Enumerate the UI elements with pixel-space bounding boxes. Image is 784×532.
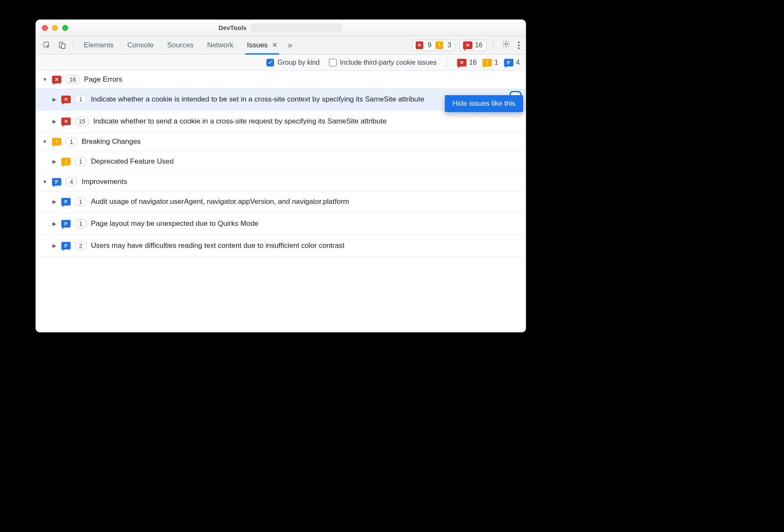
chevron-down-icon bbox=[42, 139, 48, 145]
issues-options-bar: Group by kind Include third-party cookie… bbox=[36, 55, 526, 71]
checkbox-unchecked-icon bbox=[329, 59, 337, 66]
group-by-kind-label: Group by kind bbox=[277, 59, 320, 66]
tab-sources[interactable]: Sources bbox=[161, 36, 199, 54]
titlebar: DevTools bbox=[36, 20, 526, 36]
info-bubble-icon bbox=[52, 178, 61, 186]
hide-issues-menu-item[interactable]: Hide issues like this bbox=[445, 95, 523, 112]
issue-count-badge: 1 bbox=[75, 197, 87, 206]
issue-row[interactable]: !1Deprecated Feature Used bbox=[36, 151, 526, 173]
chevron-right-icon bbox=[51, 96, 57, 102]
titlebar-center: DevTools bbox=[171, 22, 391, 33]
chevron-right-icon bbox=[51, 159, 57, 165]
issue-group-header[interactable]: 4Improvements bbox=[36, 173, 526, 191]
checkbox-checked-icon bbox=[266, 59, 274, 66]
issue-text: Indicate whether to send a cookie in a c… bbox=[93, 117, 520, 126]
tab-label: Network bbox=[207, 41, 233, 49]
tab-label: Sources bbox=[167, 41, 193, 49]
minimize-window-button[interactable] bbox=[52, 25, 58, 31]
window-controls bbox=[42, 25, 68, 31]
issue-count-badge: 2 bbox=[75, 241, 87, 250]
devtools-tab-bar: ElementsConsoleSourcesNetworkIssues✕ » ✕… bbox=[36, 36, 526, 55]
tab-network[interactable]: Network bbox=[201, 36, 239, 54]
info-bubble-icon bbox=[61, 198, 71, 206]
issue-row[interactable]: 2Users may have difficulties reading tex… bbox=[36, 235, 526, 257]
issue-row[interactable]: 1Page layout may be unexpected due to Qu… bbox=[36, 213, 526, 235]
error-bubble-icon: ✕ bbox=[457, 59, 466, 66]
chevron-right-icon bbox=[51, 221, 57, 227]
tab-label: Console bbox=[127, 41, 154, 49]
group-title: Page Errors bbox=[84, 75, 123, 84]
close-tab-icon[interactable]: ✕ bbox=[272, 41, 277, 49]
error-count: 9 bbox=[428, 41, 431, 49]
inspect-element-icon[interactable] bbox=[40, 39, 54, 51]
issue-row[interactable]: 1Audit usage of navigator.userAgent, nav… bbox=[36, 191, 526, 213]
stat-info[interactable]: 4 bbox=[504, 59, 520, 66]
stat-errors[interactable]: ✕ 16 bbox=[457, 59, 477, 66]
include-third-party-label: Include third-party cookie issues bbox=[340, 59, 437, 66]
issue-stats: ✕ 16 ! 1 4 bbox=[457, 59, 520, 66]
issue-text: Audit usage of navigator.userAgent, navi… bbox=[91, 197, 520, 207]
warning-icon: ! bbox=[436, 41, 443, 49]
issue-text: Deprecated Feature Used bbox=[91, 157, 520, 167]
tab-label: Elements bbox=[84, 41, 114, 49]
window-title: DevTools bbox=[219, 24, 247, 31]
group-count-badge: 16 bbox=[66, 75, 80, 84]
warning-count: 3 bbox=[447, 41, 451, 49]
settings-gear-icon[interactable] bbox=[500, 40, 512, 50]
info-bubble-icon bbox=[61, 220, 71, 228]
issue-group-header[interactable]: ✕16Page Errors bbox=[36, 71, 526, 89]
tab-label: Issues bbox=[247, 41, 268, 49]
group-count-badge: 4 bbox=[66, 177, 77, 186]
error-bubble-icon: ✕ bbox=[52, 76, 61, 83]
issues-counter[interactable]: ✕ 16 bbox=[459, 40, 486, 51]
group-title: Breaking Changes bbox=[82, 137, 141, 146]
divider bbox=[73, 41, 74, 50]
title-url-pill bbox=[250, 23, 343, 33]
zoom-window-button[interactable] bbox=[62, 25, 68, 31]
tab-console[interactable]: Console bbox=[121, 36, 159, 54]
issue-count-badge: 1 bbox=[75, 219, 87, 228]
issues-panel: ✕16Page Errors✕1Indicate whether a cooki… bbox=[36, 71, 526, 332]
error-bubble-icon: ✕ bbox=[61, 96, 71, 103]
issue-text: Page layout may be unexpected due to Qui… bbox=[91, 219, 520, 229]
divider bbox=[447, 58, 447, 67]
chevron-down-icon bbox=[42, 179, 48, 185]
tabbar-right: ✕ 9 ! 3 ✕ 16 bbox=[412, 40, 521, 51]
group-count-badge: 1 bbox=[66, 137, 77, 146]
issue-count-badge: 1 bbox=[75, 157, 87, 166]
group-title: Improvements bbox=[82, 178, 127, 186]
include-third-party-checkbox[interactable]: Include third-party cookie issues bbox=[329, 59, 437, 66]
issue-group-header[interactable]: !1Breaking Changes bbox=[36, 133, 526, 151]
issue-text: Users may have difficulties reading text… bbox=[91, 241, 520, 251]
issues-error-count: 16 bbox=[475, 41, 482, 49]
tab-elements[interactable]: Elements bbox=[78, 36, 120, 54]
info-bubble-icon bbox=[504, 59, 513, 66]
warning-bubble-icon: ! bbox=[52, 138, 61, 145]
group-by-kind-checkbox[interactable]: Group by kind bbox=[266, 59, 320, 66]
error-icon: ✕ bbox=[416, 41, 423, 49]
close-window-button[interactable] bbox=[42, 25, 48, 31]
error-bubble-icon: ✕ bbox=[463, 41, 472, 49]
console-counters[interactable]: ✕ 9 ! 3 bbox=[412, 40, 455, 51]
issue-count-badge: 1 bbox=[75, 95, 87, 104]
issue-count-badge: 15 bbox=[75, 117, 89, 126]
error-bubble-icon: ✕ bbox=[61, 118, 71, 125]
devtools-window: DevTools ElementsConsoleSourcesNetworkIs… bbox=[36, 19, 526, 332]
stat-warnings[interactable]: ! 1 bbox=[482, 59, 498, 66]
issue-row[interactable]: ✕15Indicate whether to send a cookie in … bbox=[36, 111, 526, 133]
svg-point-4 bbox=[505, 43, 507, 45]
info-bubble-icon bbox=[61, 242, 71, 250]
main-menu-kebab-icon[interactable] bbox=[516, 41, 521, 49]
warning-bubble-icon: ! bbox=[61, 158, 71, 165]
warning-bubble-icon: ! bbox=[482, 59, 492, 66]
chevron-right-icon bbox=[51, 118, 57, 124]
chevron-down-icon bbox=[42, 77, 48, 82]
chevron-right-icon bbox=[51, 199, 57, 205]
divider bbox=[493, 41, 493, 50]
tab-issues[interactable]: Issues✕ bbox=[241, 36, 283, 54]
chevron-right-icon bbox=[51, 243, 57, 249]
more-tabs-icon[interactable]: » bbox=[285, 40, 295, 50]
svg-rect-2 bbox=[61, 44, 65, 48]
device-toolbar-icon[interactable] bbox=[55, 39, 69, 51]
